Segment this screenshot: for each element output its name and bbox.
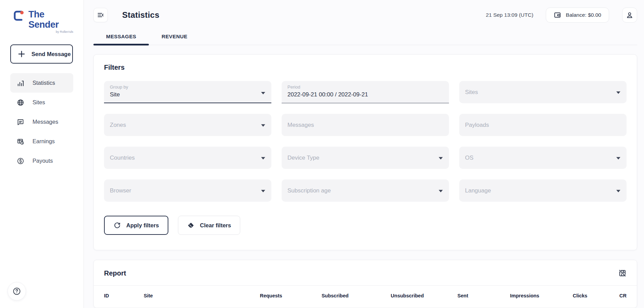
chevron-down-icon <box>261 157 265 159</box>
group-by-select[interactable]: Group by Site <box>104 81 271 103</box>
globe-icon <box>17 99 24 106</box>
chevron-down-icon <box>616 91 620 94</box>
user-icon <box>626 11 633 19</box>
field-placeholder: OS <box>465 155 474 161</box>
report-panel: Report ID Site Requests Subs <box>93 260 637 308</box>
filter-actions: Apply filters Clear filters <box>104 216 627 235</box>
chevron-down-icon <box>261 190 265 192</box>
page-title: Statistics <box>122 10 159 20</box>
menu-fold-icon <box>97 11 104 19</box>
subscription-age-select[interactable]: Subscription age <box>282 179 449 202</box>
balance-button[interactable]: Balance: $0.00 <box>546 8 609 23</box>
question-icon <box>12 287 21 296</box>
field-placeholder: Zones <box>110 122 126 129</box>
column-header-id[interactable]: ID <box>104 293 144 298</box>
send-message-button[interactable]: Send Message <box>10 44 73 64</box>
column-header-site[interactable]: Site <box>144 293 214 298</box>
toggle-columns-button[interactable] <box>618 269 627 277</box>
sidebar: The Sender by RollerAds Send Message Sta… <box>0 0 84 308</box>
logo-title: The Sender <box>28 10 73 30</box>
report-header: Report <box>94 260 637 286</box>
sidebar-item-label: Payouts <box>33 158 53 164</box>
browser-select[interactable]: Browser <box>104 179 271 202</box>
column-header-cr[interactable]: CR <box>587 293 627 298</box>
device-type-select[interactable]: Device Type <box>282 147 449 169</box>
sidebar-item-payouts[interactable]: Payouts <box>10 151 73 171</box>
report-table-header: ID Site Requests Subscribed Unsubscribed… <box>94 286 637 306</box>
refresh-icon <box>114 222 121 229</box>
sidebar-item-statistics[interactable]: Statistics <box>10 73 73 93</box>
main-content: Statistics 21 Sep 13:09 (UTC) Balance: $… <box>84 0 644 308</box>
chevron-down-icon <box>616 190 620 192</box>
clear-filters-button[interactable]: Clear filters <box>178 216 240 235</box>
tab-bar: MESSAGES REVENUE <box>93 34 637 45</box>
clear-filters-label: Clear filters <box>200 222 231 229</box>
earnings-icon <box>17 138 24 145</box>
current-datetime: 21 Sep 13:09 (UTC) <box>486 12 533 18</box>
column-header-requests[interactable]: Requests <box>214 293 282 298</box>
topbar: Statistics 21 Sep 13:09 (UTC) Balance: $… <box>93 8 637 23</box>
field-placeholder: Messages <box>287 122 314 129</box>
wallet-icon <box>554 11 561 19</box>
period-input[interactable]: Period 2022-09-21 00:00 / 2022-09-21 <box>282 81 449 103</box>
messages-input[interactable]: Messages <box>282 114 449 136</box>
sidebar-nav: Statistics Sites Messages <box>10 73 73 171</box>
chevron-down-icon <box>439 157 443 159</box>
sidebar-item-label: Earnings <box>33 138 55 145</box>
sidebar-item-earnings[interactable]: Earnings <box>10 132 73 151</box>
report-heading: Report <box>104 269 126 277</box>
help-button[interactable] <box>8 282 26 300</box>
send-message-label: Send Message <box>31 51 71 57</box>
field-placeholder: Sites <box>465 89 478 96</box>
field-label: Group by <box>110 84 128 90</box>
plus-icon <box>18 50 25 58</box>
app-root: The Sender by RollerAds Send Message Sta… <box>0 0 644 308</box>
chevron-down-icon <box>261 124 265 126</box>
sidebar-collapse-button[interactable] <box>93 8 108 22</box>
eraser-icon <box>187 222 194 229</box>
sidebar-item-label: Statistics <box>33 80 55 86</box>
column-header-impressions[interactable]: Impressions <box>468 293 539 298</box>
sidebar-item-label: Messages <box>33 119 58 125</box>
chevron-down-icon <box>616 157 620 159</box>
field-value: 2022-09-21 00:00 / 2022-09-21 <box>287 91 368 98</box>
field-label: Period <box>287 84 300 90</box>
chevron-down-icon <box>261 92 265 94</box>
zones-select[interactable]: Zones <box>104 114 271 136</box>
chevron-down-icon <box>439 190 443 192</box>
bar-chart-icon <box>17 79 24 87</box>
field-placeholder: Countries <box>110 155 135 161</box>
table-off-icon <box>618 269 627 277</box>
user-menu-button[interactable] <box>622 8 637 23</box>
logo-subtitle: by RollerAds <box>56 30 73 34</box>
tab-messages[interactable]: MESSAGES <box>93 34 149 45</box>
field-placeholder: Browser <box>110 187 131 194</box>
tab-revenue[interactable]: REVENUE <box>149 34 200 45</box>
field-placeholder: Payloads <box>465 122 489 129</box>
apply-filters-button[interactable]: Apply filters <box>104 216 168 235</box>
payloads-input[interactable]: Payloads <box>459 114 627 136</box>
logo[interactable]: The Sender by RollerAds <box>13 10 73 34</box>
field-placeholder: Device Type <box>287 155 319 161</box>
sidebar-item-messages[interactable]: Messages <box>10 112 73 132</box>
logo-mark-icon <box>13 10 25 22</box>
countries-select[interactable]: Countries <box>104 147 271 169</box>
column-header-unsubscribed[interactable]: Unsubscribed <box>349 293 424 298</box>
field-placeholder: Subscription age <box>287 187 331 194</box>
sidebar-item-sites[interactable]: Sites <box>10 93 73 112</box>
chat-icon <box>17 118 24 126</box>
payouts-icon <box>17 157 24 165</box>
balance-label: Balance: $0.00 <box>566 12 601 18</box>
column-header-subscribed[interactable]: Subscribed <box>282 293 349 298</box>
sites-select[interactable]: Sites <box>459 81 627 103</box>
column-header-sent[interactable]: Sent <box>424 293 468 298</box>
language-select[interactable]: Language <box>459 179 627 202</box>
field-value: Site <box>110 91 120 98</box>
sidebar-item-label: Sites <box>33 99 45 106</box>
apply-filters-label: Apply filters <box>126 222 159 229</box>
filters-panel: Filters Group by Site Period 2022-09-21 … <box>93 54 637 250</box>
field-placeholder: Language <box>465 187 491 194</box>
os-select[interactable]: OS <box>459 147 627 169</box>
filters-grid: Group by Site Period 2022-09-21 00:00 / … <box>104 81 627 202</box>
column-header-clicks[interactable]: Clicks <box>539 293 587 298</box>
